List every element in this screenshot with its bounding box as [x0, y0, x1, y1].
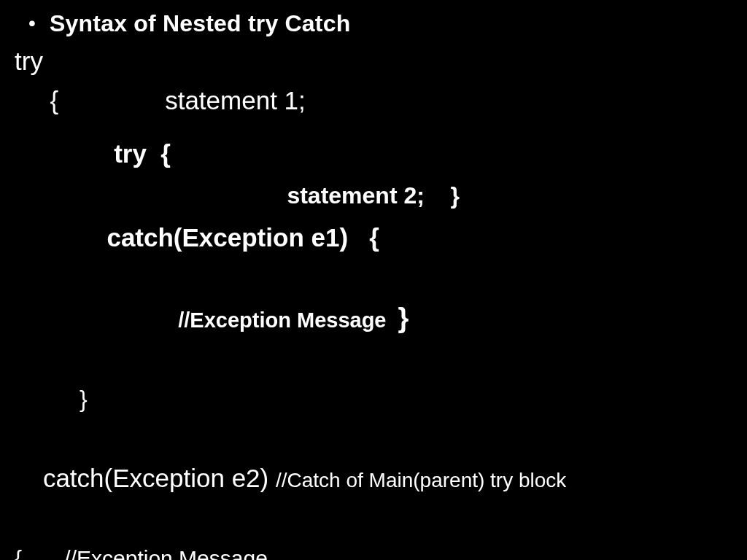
- code-line-openbrace: { statement 1;: [15, 81, 732, 120]
- code-line-catch-e2: catch(Exception e2) //Catch of Main(pare…: [15, 419, 732, 538]
- code-line-outer-open: { //Exception Message: [15, 537, 732, 560]
- code-line-catch-e1: catch(Exception e1) {: [15, 218, 732, 257]
- slide-heading: Syntax of Nested try Catch: [50, 10, 350, 37]
- exc-msg-inner-brace: }: [398, 303, 409, 333]
- catch-e2-comment: //Catch of Main(parent) try block: [276, 469, 566, 491]
- code-line-closebrace-inner: }: [15, 379, 732, 419]
- code-line-exc-msg-inner: //Exception Message }: [15, 257, 732, 379]
- code-line-inner-try: try {: [15, 134, 732, 174]
- exc-msg-inner-text: //Exception Message: [43, 308, 398, 332]
- bullet-dot-icon: •: [15, 13, 50, 34]
- slide: • Syntax of Nested try Catch try { state…: [0, 0, 747, 560]
- code-line-stmt2: statement 2; }: [15, 174, 732, 218]
- code-line-try: try: [15, 42, 732, 81]
- heading-row: • Syntax of Nested try Catch: [15, 10, 732, 37]
- catch-e2-text: catch(Exception e2): [43, 464, 276, 492]
